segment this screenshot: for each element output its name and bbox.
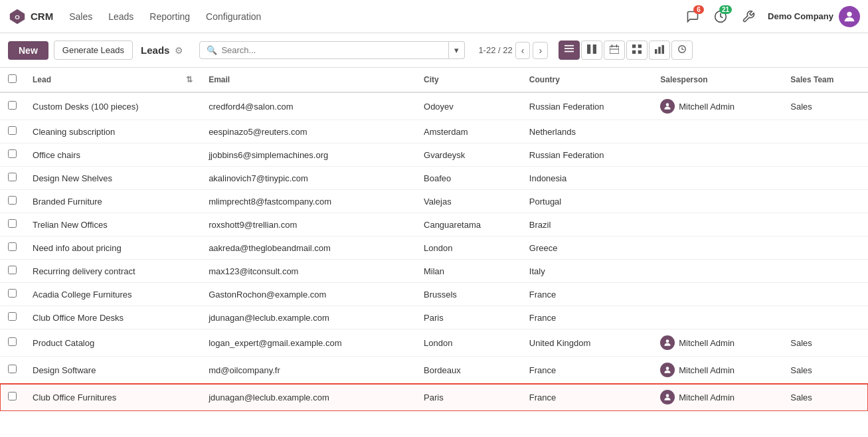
activity-icon-btn[interactable]: 21 xyxy=(709,5,732,28)
nav-reporting[interactable]: Reporting xyxy=(141,9,198,25)
row-city: London xyxy=(416,329,521,357)
user-avatar[interactable] xyxy=(839,6,860,27)
table-row[interactable]: Cleaning subscriptioneespinazo5@reuters.… xyxy=(0,120,868,143)
table-row[interactable]: Club Office More Desksjdunagan@leclub.ex… xyxy=(0,306,868,329)
row-salesperson xyxy=(652,306,782,329)
table-row[interactable]: Office chairsjjobbins6@simplemachines.or… xyxy=(0,143,868,167)
settings-icon[interactable]: ⚙ xyxy=(175,45,183,56)
app-logo[interactable]: O CRM xyxy=(8,7,53,26)
row-checkbox[interactable] xyxy=(8,219,17,228)
row-email: aakreda@theglobeandmail.com xyxy=(201,236,416,260)
pagination-info: 1-22 / 22 ‹ › xyxy=(478,42,548,59)
row-checkbox[interactable] xyxy=(8,392,17,400)
search-wrapper: 🔍 ▾ xyxy=(199,41,465,59)
nav-leads[interactable]: Leads xyxy=(100,9,141,25)
row-checkbox-cell xyxy=(0,236,25,260)
row-checkbox-cell xyxy=(0,384,25,411)
row-city: Canguaretama xyxy=(416,213,521,236)
row-checkbox[interactable] xyxy=(8,173,17,181)
row-email: jjobbins6@simplemachines.org xyxy=(201,143,416,167)
svg-rect-8 xyxy=(593,44,596,54)
nav-configuration[interactable]: Configuration xyxy=(198,9,269,25)
table-row[interactable]: Recurring delivery contractmax123@itcons… xyxy=(0,260,868,283)
row-lead: Cleaning subscription xyxy=(25,120,201,143)
next-page-button[interactable]: › xyxy=(533,42,548,59)
row-checkbox[interactable] xyxy=(8,337,17,346)
search-input[interactable] xyxy=(221,45,442,55)
row-country: United Kingdom xyxy=(521,329,652,357)
row-checkbox[interactable] xyxy=(8,101,17,110)
header-country[interactable]: Country xyxy=(521,68,652,92)
row-sales-team: Sales xyxy=(782,329,868,357)
select-all-checkbox[interactable] xyxy=(8,74,17,83)
row-email: roxshott9@trellian.com xyxy=(201,213,416,236)
table-row[interactable]: Branded Furnituremlimprecht8@fastcompany… xyxy=(0,190,868,213)
table-row[interactable]: Design New Shelvesakalinovich7@tinypic.c… xyxy=(0,167,868,190)
calendar-view-button[interactable] xyxy=(604,41,625,60)
prev-page-button[interactable]: ‹ xyxy=(515,42,531,59)
row-country: France xyxy=(521,306,652,329)
row-country: France xyxy=(521,283,652,306)
table-row[interactable]: Product Cataloglogan_expert@gmail.exampl… xyxy=(0,329,868,357)
view-buttons xyxy=(559,41,693,60)
row-checkbox[interactable] xyxy=(8,196,17,205)
search-dropdown-button[interactable]: ▾ xyxy=(449,41,465,59)
activity-view-button[interactable] xyxy=(671,41,693,60)
row-email: logan_expert@gmail.example.com xyxy=(201,329,416,357)
header-city[interactable]: City xyxy=(416,68,521,92)
search-box: 🔍 xyxy=(199,41,449,59)
salesperson-avatar xyxy=(660,99,675,114)
header-email[interactable]: Email xyxy=(201,68,416,92)
row-lead: Club Office Furnitures xyxy=(25,384,201,411)
table-row[interactable]: Club Office Furnituresjdunagan@leclub.ex… xyxy=(0,384,868,411)
row-city: Paris xyxy=(416,306,521,329)
svg-rect-17 xyxy=(655,49,657,54)
company-name: Demo Company xyxy=(768,11,833,21)
nav-icons: 6 21 Demo Company xyxy=(681,5,860,28)
svg-rect-7 xyxy=(587,44,590,54)
salesperson-avatar xyxy=(660,363,675,377)
grid-view-button[interactable] xyxy=(626,41,648,60)
table-row[interactable]: Custom Desks (100 pieces)credford4@salon… xyxy=(0,92,868,120)
nav-sales[interactable]: Sales xyxy=(61,9,100,25)
new-button[interactable]: New xyxy=(8,41,48,60)
row-checkbox[interactable] xyxy=(8,312,17,321)
chat-icon-btn[interactable]: 6 xyxy=(681,5,704,28)
row-country: Indonesia xyxy=(521,167,652,190)
salesperson-cell: Mitchell Admin xyxy=(660,390,774,404)
table-row[interactable]: Acadia College FurnituresGastonRochon@ex… xyxy=(0,283,868,306)
lead-filter-icon[interactable]: ⇅ xyxy=(186,75,193,84)
row-city: Boafeo xyxy=(416,167,521,190)
row-checkbox[interactable] xyxy=(8,266,17,274)
kanban-view-button[interactable] xyxy=(581,41,602,60)
row-checkbox[interactable] xyxy=(8,289,17,298)
header-salesperson[interactable]: Salesperson xyxy=(652,68,782,92)
header-lead[interactable]: Lead ⇅ xyxy=(25,68,201,92)
row-checkbox[interactable] xyxy=(8,365,17,373)
chat-badge: 6 xyxy=(693,5,704,14)
row-lead: Office chairs xyxy=(25,143,201,167)
row-city: London xyxy=(416,236,521,260)
row-country: Portugal xyxy=(521,190,652,213)
row-lead: Need info about pricing xyxy=(25,236,201,260)
row-lead: Product Catalog xyxy=(25,329,201,357)
row-checkbox[interactable] xyxy=(8,149,17,158)
svg-rect-14 xyxy=(638,44,642,48)
row-checkbox[interactable] xyxy=(8,242,17,251)
table-row[interactable]: Design Softwaremd@oilcompany.frBordeauxF… xyxy=(0,357,868,384)
wrench-icon-btn[interactable] xyxy=(737,5,760,28)
row-city: Milan xyxy=(416,260,521,283)
generate-leads-button[interactable]: Generate Leads xyxy=(54,41,133,60)
chart-view-button[interactable] xyxy=(649,41,670,60)
row-country: Brazil xyxy=(521,213,652,236)
row-salesperson xyxy=(652,213,782,236)
table-row[interactable]: Trelian New Officesroxshott9@trellian.co… xyxy=(0,213,868,236)
header-sales-team[interactable]: Sales Team xyxy=(782,68,868,92)
row-sales-team xyxy=(782,190,868,213)
row-checkbox[interactable] xyxy=(8,126,17,135)
list-view-button[interactable] xyxy=(559,41,580,60)
svg-rect-19 xyxy=(662,45,665,54)
row-salesperson xyxy=(652,190,782,213)
svg-rect-18 xyxy=(658,47,661,54)
table-row[interactable]: Need info about pricingaakreda@theglobea… xyxy=(0,236,868,260)
